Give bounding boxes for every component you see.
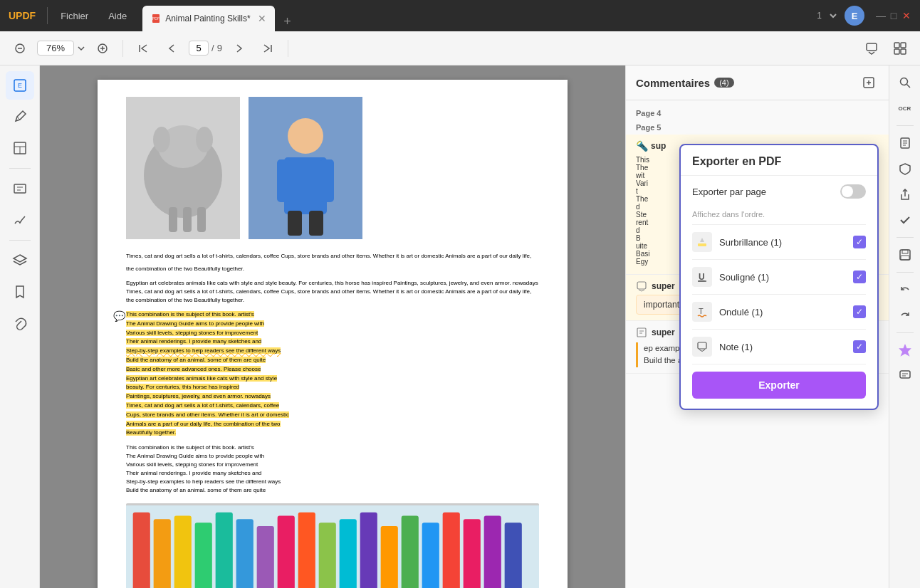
svg-point-70	[900, 78, 907, 85]
right-icons: OCR	[889, 65, 920, 588]
comment2-user: super	[652, 281, 675, 291]
export-option-surbrillance[interactable]: Surbrillance (1) ✓	[681, 225, 877, 259]
next-page-btn[interactable]	[228, 37, 251, 60]
tab-area: PDF Animal Painting Skills* ✕ +	[142, 0, 817, 31]
page-manage-btn[interactable]	[894, 132, 916, 154]
sidebar-icon-bookmark[interactable]	[6, 278, 34, 306]
menu-fichier[interactable]: Fichier	[51, 0, 98, 31]
sidebar-sep1	[9, 168, 31, 169]
svg-rect-39	[309, 211, 323, 236]
export-toggle-btn[interactable]	[840, 184, 866, 199]
prev-page-btn[interactable]	[160, 37, 183, 60]
last-page-btn[interactable]	[256, 37, 279, 60]
export-option-souligne[interactable]: U Souligné (1) ✓	[681, 260, 877, 294]
note-checkbox[interactable]: ✓	[853, 340, 866, 353]
souligne-checkbox[interactable]: ✓	[853, 271, 866, 283]
comment-side-btn[interactable]	[894, 364, 916, 387]
note-label: Note (1)	[719, 342, 753, 352]
sidebar-icon-layout[interactable]	[6, 134, 34, 162]
sidebar-icon-layers[interactable]	[6, 246, 34, 275]
sidebar-icon-form[interactable]	[6, 174, 34, 203]
toolbar-right	[860, 37, 911, 60]
redo-btn[interactable]	[894, 304, 916, 327]
r-sep2	[897, 237, 914, 238]
svg-rect-31	[197, 207, 206, 232]
souligne-label: Souligné (1)	[719, 272, 769, 283]
close-btn[interactable]: ✕	[901, 11, 911, 21]
surbrillance-icon	[692, 232, 712, 252]
export-option-ond-left: T Ondulé (1)	[692, 302, 763, 322]
apps-btn[interactable]	[894, 339, 916, 362]
first-page-btn[interactable]	[132, 37, 155, 60]
svg-rect-37	[320, 159, 334, 202]
minimize-btn[interactable]: —	[876, 11, 886, 21]
active-tab[interactable]: PDF Animal Painting Skills* ✕	[142, 6, 274, 31]
page-number-input[interactable]	[189, 41, 209, 56]
pdf-image-elephant	[126, 97, 240, 239]
sidebar-icon-clip[interactable]	[6, 309, 34, 337]
comment1-text: ThisThewitVaritThedSterentdBuiteBasiEgy	[636, 156, 649, 266]
top-bar: UPDF Fichier Aide PDF Animal Painting Sk…	[0, 0, 920, 31]
surbrillance-checkbox[interactable]: ✓	[853, 236, 866, 248]
export-button[interactable]: Exporter	[692, 372, 866, 399]
protect-btn[interactable]	[894, 157, 916, 180]
new-tab-btn[interactable]: +	[278, 11, 298, 31]
sep1	[122, 40, 123, 57]
svg-rect-45	[216, 513, 233, 588]
svg-rect-54	[402, 516, 419, 588]
pdf-text-intro-content: Times, cat and dog art sells a lot of t-…	[126, 253, 531, 272]
toggle-knob	[842, 186, 853, 197]
comment-mode-btn[interactable]	[860, 37, 883, 60]
svg-text:T: T	[699, 307, 704, 315]
highlighted-section: 💬 This combination is the subject of thi…	[126, 310, 539, 438]
search-icon-btn[interactable]	[894, 71, 916, 94]
svg-rect-79	[901, 256, 909, 260]
svg-rect-69	[698, 342, 706, 349]
sidebar-icon-annotate[interactable]	[6, 103, 34, 131]
ocr-btn[interactable]: OCR	[894, 97, 916, 120]
zoom-dropdown-icon[interactable]	[77, 44, 85, 53]
page-indicator: 1	[817, 11, 822, 21]
sidebar-sep2	[9, 240, 31, 241]
svg-rect-57	[464, 519, 481, 588]
validate-btn[interactable]	[894, 209, 916, 231]
svg-rect-44	[195, 523, 212, 588]
souligne-count: (1)	[758, 272, 769, 283]
svg-rect-61	[637, 282, 646, 289]
undo-btn[interactable]	[894, 278, 916, 301]
share-btn[interactable]	[894, 183, 916, 206]
svg-marker-80	[900, 345, 910, 355]
svg-rect-53	[381, 526, 398, 588]
svg-rect-46	[236, 519, 253, 588]
sidebar-icon-sign[interactable]	[6, 206, 34, 234]
export-toggle-section: Exporter par page	[681, 176, 877, 210]
pdf-area[interactable]: Times, cat and dog art sells a lot of t-…	[40, 65, 625, 588]
save-btn[interactable]	[894, 243, 916, 266]
pdf-text-intro: Times, cat and dog art sells a lot of t-…	[126, 248, 539, 273]
view-mode-btn[interactable]	[889, 37, 911, 60]
zoom-out-btn[interactable]	[9, 37, 31, 60]
ondule-checkbox[interactable]: ✓	[853, 305, 866, 318]
zoom-value[interactable]: 76%	[37, 41, 74, 56]
dropdown-icon	[827, 10, 839, 21]
svg-rect-59	[505, 523, 522, 588]
svg-rect-9	[867, 43, 877, 51]
divider	[47, 7, 48, 24]
zoom-in-btn[interactable]	[91, 37, 114, 60]
user-avatar[interactable]: E	[845, 6, 864, 26]
svg-point-34	[288, 118, 323, 154]
expand-comments-btn[interactable]	[859, 73, 879, 93]
pdf-highlighted-text: This combination is the subject of this …	[126, 310, 539, 438]
export-modal-header: Exporter en PDF	[681, 145, 877, 176]
page-input-area: / 9	[189, 41, 222, 56]
menu-aide[interactable]: Aide	[98, 0, 137, 31]
export-option-ondule[interactable]: T Ondulé (1) ✓	[681, 295, 877, 329]
pdf-tab-icon: PDF	[151, 14, 161, 23]
export-option-note[interactable]: Note (1) ✓	[681, 330, 877, 364]
sidebar-icon-edit[interactable]: E	[6, 71, 34, 100]
maximize-btn[interactable]: □	[889, 11, 899, 21]
tab-close-btn[interactable]: ✕	[258, 13, 266, 24]
app-logo: UPDF	[0, 10, 44, 21]
svg-point-27	[153, 127, 170, 152]
export-title: Exporter en PDF	[692, 155, 781, 167]
